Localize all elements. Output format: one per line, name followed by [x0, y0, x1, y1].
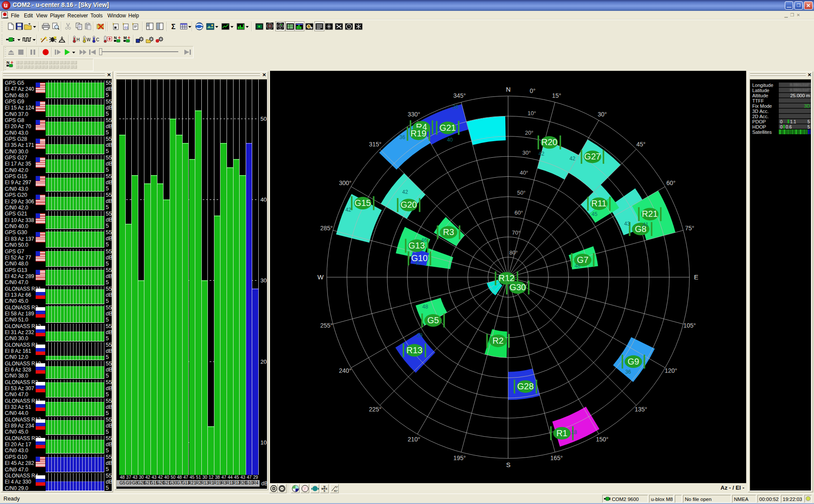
svg-text:G28: G28 — [517, 381, 534, 391]
svg-text:15°: 15° — [552, 92, 561, 99]
svg-text:G5: G5 — [427, 315, 439, 325]
svg-text:105°: 105° — [684, 322, 696, 329]
svg-text:195°: 195° — [454, 454, 466, 461]
svg-text:0°: 0° — [530, 87, 535, 94]
svg-text:42: 42 — [402, 189, 408, 195]
svg-text:60°: 60° — [666, 179, 675, 186]
svg-text:210°: 210° — [408, 436, 420, 443]
svg-text:N: N — [506, 86, 511, 93]
svg-text:45°: 45° — [636, 141, 645, 148]
svg-text:G9: G9 — [627, 357, 639, 366]
svg-text:225°: 225° — [369, 406, 382, 413]
svg-text:75°: 75° — [685, 225, 694, 232]
svg-text:47: 47 — [415, 260, 421, 266]
svg-text:240°: 240° — [339, 367, 352, 374]
svg-text:80°: 80° — [334, 490, 338, 492]
svg-text:40°: 40° — [520, 169, 528, 176]
svg-text:0°: 0° — [336, 486, 338, 488]
svg-text:R1: R1 — [556, 428, 567, 438]
svg-text:10°: 10° — [527, 110, 536, 116]
svg-text:E: E — [694, 273, 698, 281]
svg-text:Σ: Σ — [171, 23, 176, 30]
svg-text:135°: 135° — [635, 406, 647, 413]
svg-text:42: 42 — [345, 207, 351, 213]
svg-text:30°: 30° — [597, 111, 607, 118]
svg-text:48: 48 — [422, 304, 428, 310]
svg-text:M: M — [123, 36, 127, 40]
svg-text:R19: R19 — [410, 129, 427, 138]
svg-text:R11: R11 — [591, 199, 607, 208]
svg-text:50°: 50° — [517, 189, 526, 196]
svg-text:26: 26 — [453, 104, 459, 110]
svg-text:R2: R2 — [493, 336, 504, 345]
svg-text:G30: G30 — [510, 282, 526, 292]
svg-text:01: 01 — [124, 26, 128, 30]
svg-text:G15: G15 — [354, 198, 371, 208]
svg-text:R3: R3 — [443, 227, 454, 237]
svg-text:E: E — [326, 487, 327, 490]
svg-text:G21: G21 — [440, 123, 456, 133]
svg-text:120°: 120° — [665, 367, 677, 374]
svg-text:N: N — [114, 36, 117, 40]
svg-text:80°: 80° — [509, 249, 518, 256]
svg-text:20°: 20° — [525, 129, 534, 136]
svg-text:345°: 345° — [454, 92, 466, 99]
svg-text:29: 29 — [417, 332, 423, 338]
svg-text:43: 43 — [624, 221, 631, 227]
svg-text:G20: G20 — [400, 200, 417, 209]
svg-text:R13: R13 — [407, 345, 423, 355]
svg-text:G27: G27 — [584, 152, 601, 161]
svg-text:48: 48 — [574, 263, 580, 269]
svg-text:30°: 30° — [522, 149, 531, 156]
svg-text:R21: R21 — [642, 209, 658, 219]
svg-text:S: S — [506, 461, 510, 468]
svg-text:36: 36 — [625, 369, 631, 375]
svg-text:60°: 60° — [514, 209, 523, 216]
svg-text:255°: 255° — [320, 322, 333, 329]
svg-text:W: W — [317, 273, 324, 281]
svg-text:285°: 285° — [320, 225, 333, 232]
svg-text:45: 45 — [592, 211, 598, 217]
svg-text:150°: 150° — [596, 436, 609, 443]
svg-text:S: S — [324, 490, 325, 492]
svg-text:70°: 70° — [512, 229, 520, 236]
svg-text:40: 40 — [447, 137, 453, 143]
svg-text:18: 18 — [571, 429, 577, 435]
svg-text:315°: 315° — [369, 141, 382, 148]
svg-text:R20: R20 — [541, 137, 557, 147]
svg-text:42: 42 — [539, 151, 545, 157]
svg-text:165°: 165° — [550, 454, 563, 461]
svg-text:41: 41 — [643, 222, 649, 228]
svg-text:300°: 300° — [339, 179, 352, 186]
svg-text:330°: 330° — [408, 111, 420, 118]
svg-text:36: 36 — [400, 134, 406, 140]
svg-text:46: 46 — [421, 237, 427, 243]
svg-text:42: 42 — [570, 156, 576, 162]
